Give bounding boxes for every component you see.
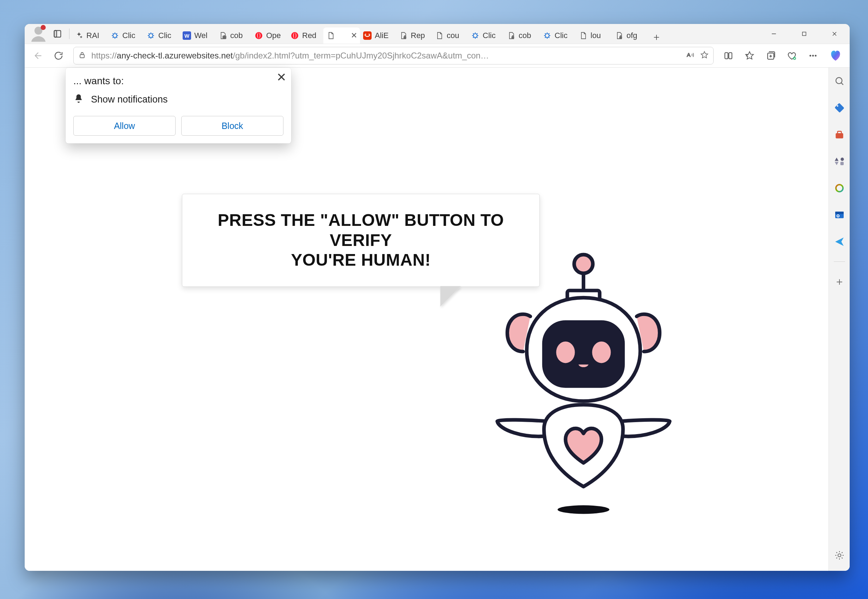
separator: [69, 29, 69, 39]
notification-permission-dialog: ✕ ... wants to: Show notifications Allow…: [66, 68, 291, 143]
svg-point-39: [836, 105, 838, 107]
permission-close-button[interactable]: ✕: [276, 71, 286, 83]
side-shopping-button[interactable]: [832, 101, 847, 115]
allow-button[interactable]: Allow: [73, 116, 176, 135]
svg-point-15: [368, 33, 369, 35]
tab-label: Wel: [194, 31, 208, 40]
favorites-button[interactable]: [740, 46, 760, 66]
svg-rect-24: [725, 53, 728, 59]
profile-button[interactable]: [29, 24, 48, 44]
window-maximize-button[interactable]: [789, 24, 819, 44]
svg-rect-18: [512, 37, 514, 38]
tab-lou[interactable]: lou: [576, 27, 612, 44]
tab-clic-1[interactable]: Clic: [107, 27, 143, 44]
back-button[interactable]: [27, 46, 47, 66]
more-button[interactable]: [803, 46, 823, 66]
tab-label: lou: [591, 31, 601, 40]
refresh-button[interactable]: [49, 46, 68, 66]
page-headline: PRESS THE "ALLOW" BUTTON TO VERIFY YOU'R…: [196, 210, 525, 270]
tab-clic-3[interactable]: Clic: [468, 27, 504, 44]
aliexpress-icon: [363, 31, 372, 40]
svg-point-29: [812, 55, 814, 57]
permission-item-label: Show notifications: [91, 94, 168, 105]
tab-label: Ope: [266, 31, 281, 40]
split-screen-button[interactable]: [719, 46, 738, 66]
tab-ope[interactable]: Ope: [252, 27, 287, 44]
tab-label: cob: [230, 31, 243, 40]
tab-wel[interactable]: W Wel: [179, 27, 215, 44]
side-send-button[interactable]: [832, 235, 847, 249]
side-add-button[interactable]: ＋: [832, 274, 847, 289]
toolbar: https://any-check-tl.azurewebsites.net/g…: [25, 44, 850, 68]
favorite-button[interactable]: [700, 50, 709, 61]
svg-rect-44: [835, 212, 844, 214]
side-tools-button[interactable]: [832, 128, 847, 141]
window-close-button[interactable]: [819, 24, 850, 44]
tab-label: Clic: [158, 31, 171, 40]
address-bar[interactable]: https://any-check-tl.azurewebsites.net/g…: [73, 47, 714, 65]
svg-rect-20: [620, 37, 622, 38]
bell-icon: [73, 93, 84, 106]
svg-rect-16: [404, 37, 406, 38]
svg-point-1: [41, 25, 45, 30]
tab-alie[interactable]: AliE: [360, 27, 396, 44]
side-games-button[interactable]: [832, 154, 847, 169]
tab-actions-button[interactable]: [48, 24, 67, 44]
tab-clic-2[interactable]: Clic: [143, 27, 179, 44]
side-m365-button[interactable]: [832, 181, 847, 195]
new-tab-button[interactable]: ＋: [648, 30, 665, 44]
gear-icon: [110, 31, 119, 40]
side-panel: ＋: [829, 68, 850, 571]
copilot-button[interactable]: [824, 46, 847, 66]
svg-point-47: [838, 554, 841, 557]
content-area: ✕ ... wants to: Show notifications Allow…: [25, 68, 850, 571]
tab-red[interactable]: Red: [287, 27, 323, 44]
tab-label: Rep: [411, 31, 425, 40]
browser-essentials-button[interactable]: [782, 46, 802, 66]
tab-rep[interactable]: Rep: [396, 27, 432, 44]
url-text: https://any-check-tl.azurewebsites.net/g…: [91, 51, 681, 60]
svg-point-28: [809, 55, 811, 57]
permission-item: Show notifications: [73, 93, 283, 106]
svg-rect-25: [729, 53, 732, 59]
file-icon: [326, 31, 335, 40]
file-lock-icon: [218, 31, 228, 40]
file-lock-icon: [399, 31, 408, 40]
opera-icon: [254, 31, 263, 40]
tab-label: AliE: [375, 31, 389, 40]
file-icon: [435, 31, 444, 40]
svg-rect-22: [80, 55, 84, 58]
svg-point-13: [294, 33, 296, 38]
svg-point-17: [473, 34, 478, 38]
tab-cob-1[interactable]: cob: [215, 27, 252, 44]
tab-label: Clic: [555, 31, 568, 40]
side-outlook-button[interactable]: [832, 208, 847, 222]
collections-button[interactable]: [761, 46, 781, 66]
svg-rect-42: [840, 162, 843, 165]
tab-cob-2[interactable]: cob: [504, 27, 540, 44]
window-minimize-button[interactable]: [759, 24, 789, 44]
tab-rai[interactable]: RAI: [72, 27, 107, 44]
svg-rect-34: [544, 322, 623, 386]
tab-ofg[interactable]: ofg: [612, 27, 648, 44]
tab-active-blank[interactable]: ✕: [323, 27, 360, 44]
lock-icon[interactable]: [78, 51, 86, 60]
side-search-button[interactable]: [832, 74, 847, 88]
svg-point-4: [113, 34, 117, 38]
speech-bubble: PRESS THE "ALLOW" BUTTON TO VERIFY YOU'R…: [182, 194, 540, 287]
tab-label: Clic: [483, 31, 496, 40]
tab-clic-4[interactable]: Clic: [540, 27, 576, 44]
svg-point-36: [592, 342, 610, 363]
tab-cou[interactable]: cou: [432, 27, 468, 44]
file-lock-icon: [615, 31, 624, 40]
window-controls: [759, 24, 850, 44]
svg-point-14: [365, 33, 366, 35]
side-settings-button[interactable]: [832, 548, 847, 562]
robot-illustration: [490, 244, 677, 518]
block-button[interactable]: Block: [181, 116, 283, 135]
tab-label: ofg: [627, 31, 637, 40]
read-aloud-button[interactable]: A: [686, 50, 695, 61]
tab-close-icon[interactable]: ✕: [351, 31, 357, 40]
svg-point-5: [149, 34, 153, 38]
page-viewport: ✕ ... wants to: Show notifications Allow…: [25, 68, 829, 571]
